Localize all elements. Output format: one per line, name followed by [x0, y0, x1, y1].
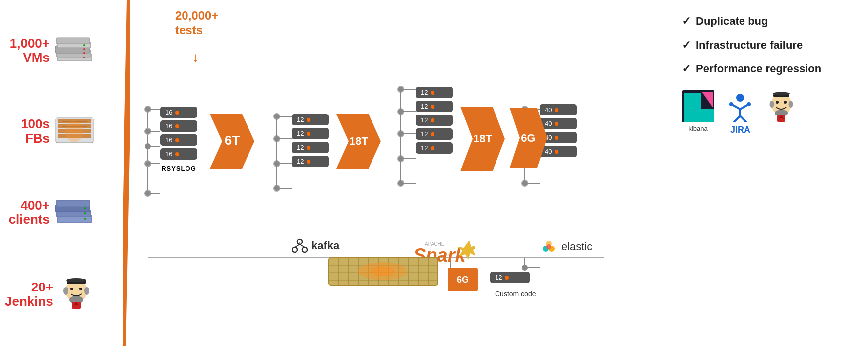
svg-point-131: [747, 102, 751, 106]
kafka-node-4: 12: [292, 156, 329, 167]
svg-line-34: [123, 0, 130, 346]
logos-section: kibana JIRA: [682, 90, 856, 135]
check-item-3: ✓ Performance regression: [682, 62, 856, 75]
jenkins-icon: [58, 277, 95, 311]
left-item-vms: 1,000+VMs: [5, 35, 124, 66]
rsyslog-node-1: 16: [160, 107, 197, 118]
svg-point-30: [84, 287, 89, 295]
svg-point-28: [79, 288, 82, 290]
left-item-clients: 400+clients: [5, 196, 124, 228]
left-panel: 1,000+VMs 100sFBs: [0, 0, 129, 346]
rsyslog-node-2: 16: [160, 120, 197, 132]
svg-text:18T: 18T: [473, 132, 492, 145]
spark-node-1: 12: [416, 87, 453, 98]
diagram-area: 20,000+tests ↓: [133, 0, 659, 346]
svg-line-128: [734, 116, 740, 122]
svg-text:6G: 6G: [457, 275, 469, 285]
svg-rect-4: [56, 38, 90, 44]
18t-chevron-2: 18T: [460, 107, 505, 173]
server-stack-icon: [55, 35, 94, 66]
svg-point-22: [84, 212, 86, 214]
svg-text:6T: 6T: [225, 133, 240, 148]
check-mark-1: ✓: [682, 15, 691, 28]
hardware-device: [326, 253, 440, 294]
svg-point-118: [370, 266, 395, 276]
spark-node-5: 12: [416, 142, 453, 154]
rsyslog-node-4: 16: [160, 148, 197, 160]
svg-point-98: [546, 244, 551, 249]
svg-point-137: [770, 101, 774, 108]
svg-point-5: [83, 57, 85, 58]
elastic-brand: elastic: [540, 238, 592, 256]
kafka-nodes: 12 12 12 12: [292, 114, 329, 167]
kafka-label: kafka: [311, 239, 339, 252]
svg-point-14: [65, 120, 83, 142]
spark-node-3: 12: [416, 115, 453, 126]
spark-node-4: 12: [416, 128, 453, 140]
svg-point-21: [84, 218, 86, 220]
kafka-node-3: 12: [292, 142, 329, 153]
spark-node-2: 12: [416, 101, 453, 112]
6t-chevron: 6T: [210, 114, 254, 171]
svg-line-129: [740, 116, 746, 122]
check-item-1: ✓ Duplicate bug: [682, 15, 856, 28]
custom-code-box: 12: [490, 272, 530, 283]
kafka-brand: kafka: [292, 238, 339, 254]
svg-rect-20: [56, 200, 90, 207]
18t-chevron-1: 18T: [336, 114, 381, 171]
clients-server-icon: [55, 196, 94, 228]
jira-logo-icon: [724, 90, 756, 122]
checklist: ✓ Duplicate bug ✓ Infrastructure failure…: [682, 15, 856, 75]
rsyslog-brand-label: RSYSLOG: [160, 165, 197, 172]
svg-point-29: [63, 287, 68, 295]
kafka-node-2: 12: [292, 128, 329, 139]
jenkins-mini-icon: [766, 90, 796, 122]
jira-logo-item: JIRA: [724, 90, 756, 135]
svg-point-83: [292, 247, 297, 252]
check-label-2: Infrastructure failure: [696, 39, 803, 52]
rsyslog-nodes: 16 16 16 16 RSYSLOG: [160, 107, 197, 172]
svg-point-26: [66, 278, 86, 282]
fbs-label: 100sFBs: [21, 116, 50, 146]
svg-text:6G: 6G: [521, 132, 535, 144]
left-item-jenkins: 20+Jenkins: [5, 277, 124, 311]
svg-point-79: [522, 265, 528, 271]
svg-point-138: [789, 101, 793, 108]
custom-code-node: 12: [490, 272, 530, 283]
check-mark-2: ✓: [682, 39, 691, 52]
6g-bottom-chevron: 6G: [448, 268, 483, 293]
flash-storage-icon: [55, 115, 94, 147]
svg-line-85: [295, 244, 300, 247]
jira-label: JIRA: [730, 125, 750, 135]
spark-nodes: 12 12 12 12 12: [416, 87, 453, 154]
svg-line-86: [300, 244, 305, 247]
check-mark-3: ✓: [682, 62, 691, 75]
svg-point-23: [84, 207, 86, 209]
left-item-fbs: 100sFBs: [5, 115, 124, 147]
tests-label: 20,000+tests: [175, 9, 218, 38]
check-label-1: Duplicate bug: [696, 15, 768, 28]
svg-point-135: [776, 101, 779, 104]
svg-point-7: [83, 48, 85, 50]
elastic-label: elastic: [561, 240, 592, 253]
svg-point-6: [83, 52, 85, 54]
svg-point-130: [729, 102, 733, 106]
diagonal-separator: [123, 0, 130, 346]
svg-point-27: [70, 288, 73, 290]
custom-code-label: Custom code: [495, 290, 536, 298]
6g-chevron: 6G: [510, 108, 547, 170]
svg-point-84: [302, 247, 307, 252]
svg-point-134: [773, 92, 790, 96]
kibana-logo-icon: [682, 90, 714, 122]
kafka-node-1: 12: [292, 114, 329, 125]
jenkins-label: 20+Jenkins: [5, 280, 53, 309]
svg-point-124: [736, 94, 744, 102]
kibana-label: kibana: [688, 125, 707, 132]
svg-point-136: [784, 101, 787, 104]
svg-text:18T: 18T: [349, 135, 368, 147]
right-panel: ✓ Duplicate bug ✓ Infrastructure failure…: [670, 0, 868, 346]
vms-label: 1,000+VMs: [10, 36, 50, 65]
jenkins-mini-item: [766, 90, 796, 122]
check-label-3: Performance regression: [696, 62, 821, 75]
kibana-logo-item: kibana: [682, 90, 714, 132]
